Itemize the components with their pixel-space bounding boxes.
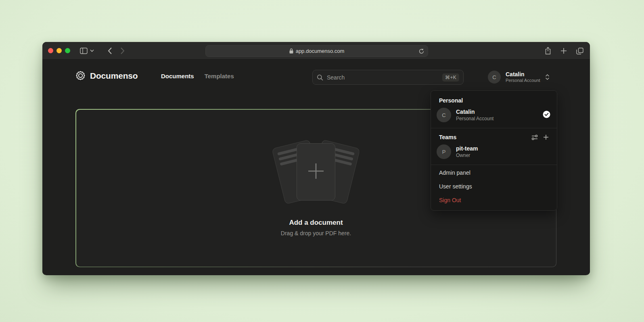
traffic-lights [48, 48, 70, 53]
item-subtitle: Owner [456, 152, 550, 159]
zoom-window-button[interactable] [65, 48, 70, 53]
chevrons-up-down-icon [545, 74, 550, 80]
avatar: C [488, 71, 501, 84]
menu-item-admin-panel[interactable]: Admin panel [431, 166, 557, 180]
browser-toolbar: app.documenso.com [42, 42, 590, 60]
search-input[interactable] [327, 74, 439, 81]
account-dropdown-menu: Personal C Catalin Personal Account Team… [431, 90, 557, 211]
nav-templates[interactable]: Templates [205, 73, 234, 79]
menu-item-user-settings[interactable]: User settings [431, 180, 557, 193]
account-name: Catalin [506, 71, 540, 77]
sidebar-toggle-icon[interactable] [80, 48, 88, 54]
browser-window: app.documenso.com [42, 42, 590, 275]
dropzone-subtitle: Drag & drop your PDF here. [281, 230, 351, 236]
reload-icon[interactable] [419, 48, 424, 54]
search-icon [317, 74, 323, 81]
documenso-logo-icon [75, 70, 86, 81]
manage-teams-icon[interactable] [531, 134, 538, 140]
plus-icon [307, 162, 325, 182]
nav-documents[interactable]: Documents [161, 73, 194, 79]
minimize-window-button[interactable] [56, 48, 62, 53]
item-name: pit-team [456, 145, 550, 152]
menu-item-sign-out[interactable]: Sign Out [431, 193, 557, 207]
brand[interactable]: Documenso [75, 70, 138, 81]
create-team-icon[interactable] [543, 134, 549, 140]
close-window-button[interactable] [48, 48, 53, 53]
personal-account-item[interactable]: C Catalin Personal Account [431, 105, 557, 127]
brand-name: Documenso [90, 71, 138, 81]
item-name: Catalin [456, 109, 538, 115]
avatar: P [437, 144, 451, 159]
divider [431, 165, 557, 165]
main-nav: Documents Templates [161, 73, 234, 79]
address-bar[interactable]: app.documenso.com [205, 45, 428, 57]
url-text: app.documenso.com [296, 48, 345, 54]
avatar: C [437, 108, 451, 122]
sidebar-chevron-down-icon[interactable] [90, 49, 94, 52]
lock-icon [289, 48, 293, 54]
personal-section-label: Personal [431, 92, 557, 105]
documenso-app: Documenso Documents Templates ⌘+K C Cata… [42, 60, 590, 275]
tab-overview-icon[interactable] [576, 48, 583, 54]
share-icon[interactable] [545, 47, 551, 55]
search-bar[interactable]: ⌘+K [312, 70, 464, 85]
teams-section-label: Teams [439, 134, 531, 140]
team-item[interactable]: P pit-team Owner [431, 142, 557, 164]
dropzone-title: Add a document [289, 219, 343, 227]
back-button[interactable] [108, 47, 112, 54]
new-tab-icon[interactable] [560, 48, 567, 54]
search-shortcut-badge: ⌘+K [442, 73, 459, 82]
item-subtitle: Personal Account [456, 115, 538, 122]
forward-button[interactable] [120, 47, 125, 54]
divider [431, 128, 557, 128]
document-stack-icon [270, 140, 362, 204]
account-menu-trigger[interactable]: C Catalin Personal Account [488, 71, 550, 84]
account-type: Personal Account [506, 77, 540, 83]
selected-check-icon [543, 111, 550, 120]
